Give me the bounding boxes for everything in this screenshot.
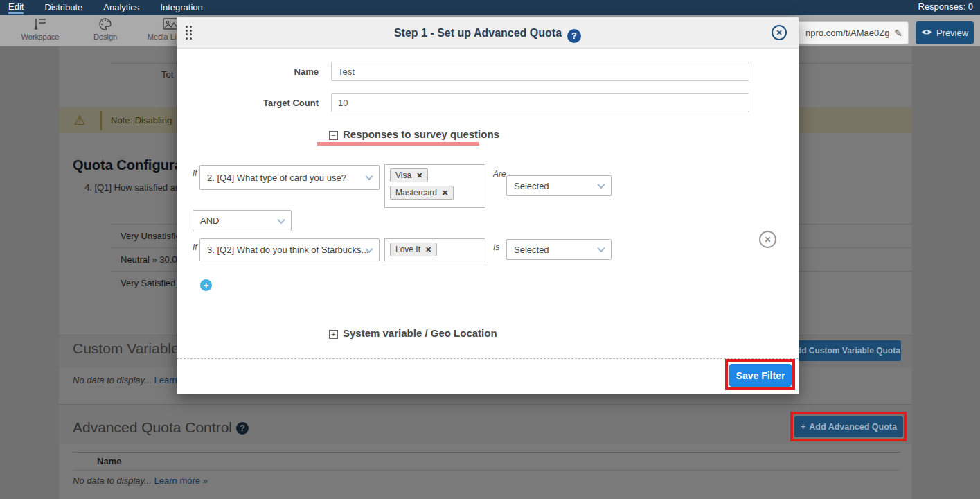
collapse-icon[interactable]: − (329, 131, 338, 140)
responses-section-toggle[interactable]: −Responses to survey questions (329, 128, 499, 140)
tag-love-it[interactable]: Love It✕ (390, 243, 437, 256)
answer-tags-1[interactable]: Visa✕ Mastercard✕ (384, 164, 485, 208)
name-label: Name (193, 67, 319, 77)
question-select-2[interactable]: 3. [Q2] What do you think of Starbucks..… (199, 238, 380, 261)
nav-tab-analytics[interactable]: Analytics (103, 2, 139, 13)
top-nav: Edit Distribute Analytics Integration Re… (0, 0, 980, 15)
add-custom-variable-quota-label: Add Custom Variable Quota (790, 346, 900, 356)
advanced-quota-modal: Step 1 - Set up Advanced Quota? ✕ Name T… (177, 17, 799, 394)
tag-visa[interactable]: Visa✕ (390, 168, 428, 182)
question-select-1[interactable]: 2. [Q4] What type of card you use? (199, 165, 380, 190)
tag-mastercard[interactable]: Mastercard✕ (390, 186, 454, 200)
remove-condition-icon[interactable]: ✕ (759, 231, 776, 248)
if-label: If (193, 168, 197, 178)
add-custom-variable-quota-button[interactable]: Add Custom Variable Quota (790, 340, 901, 361)
is-label: Is (493, 243, 499, 252)
operator-select-2[interactable]: Selected (506, 239, 612, 260)
joiner-select[interactable]: AND (193, 210, 292, 231)
edit-url-pencil-icon[interactable]: ✎ (889, 28, 908, 39)
add-condition-icon[interactable]: + (200, 279, 212, 291)
help-icon[interactable]: ? (567, 29, 581, 43)
close-icon[interactable]: ✕ (772, 25, 787, 40)
tag-label: Visa (395, 170, 411, 180)
add-advanced-quota-label: Add Advanced Quota (809, 422, 897, 432)
tag-label: Mastercard (395, 188, 437, 198)
tag-remove-icon[interactable]: ✕ (416, 171, 422, 180)
chevron-down-icon (597, 245, 605, 252)
tag-remove-icon[interactable]: ✕ (425, 245, 431, 254)
system-variable-section-label: System variable / Geo Location (343, 327, 497, 339)
responses-section-label: Responses to survey questions (343, 128, 499, 140)
chevron-down-icon (597, 181, 605, 189)
tag-remove-icon[interactable]: ✕ (442, 189, 448, 197)
responses-count: Responses: 0 (918, 1, 974, 12)
nav-tab-edit[interactable]: Edit (8, 1, 24, 14)
answer-tags-2[interactable]: Love It✕ (384, 238, 485, 261)
footer-divider (177, 358, 799, 359)
joiner-select-value: AND (200, 216, 219, 226)
save-filter-button[interactable]: Save Filter (729, 364, 792, 387)
eye-icon (921, 28, 932, 38)
operator-select-1[interactable]: Selected (506, 175, 612, 196)
expand-icon[interactable]: + (329, 330, 338, 339)
chevron-down-icon (277, 216, 285, 223)
question-select-2-value: 3. [Q2] What do you think of Starbucks..… (207, 245, 368, 255)
chevron-down-icon (365, 173, 373, 180)
modal-header: Step 1 - Set up Advanced Quota? ✕ (177, 17, 799, 49)
tag-label: Love It (395, 245, 420, 254)
if-label: If (193, 243, 197, 252)
section-highlight-bar (317, 142, 479, 146)
plus-icon: + (801, 422, 805, 432)
app: Edit Distribute Analytics Integration Re… (0, 0, 980, 499)
system-variable-section-toggle[interactable]: +System variable / Geo Location (329, 327, 497, 339)
target-count-input[interactable] (331, 93, 749, 112)
operator-select-1-value: Selected (514, 181, 549, 191)
operator-select-2-value: Selected (514, 245, 549, 255)
preview-button[interactable]: Preview (916, 21, 974, 44)
name-input[interactable] (331, 62, 749, 81)
target-count-label: Target Count (193, 98, 319, 108)
nav-tab-distribute[interactable]: Distribute (44, 2, 82, 13)
question-select-1-value: 2. [Q4] What type of card you use? (207, 173, 346, 183)
preview-label: Preview (936, 28, 968, 38)
drag-handle-icon[interactable] (186, 26, 192, 40)
are-label: Are (493, 169, 506, 179)
nav-tab-integration[interactable]: Integration (160, 2, 202, 13)
add-advanced-quota-button[interactable]: + Add Advanced Quota (794, 416, 903, 437)
modal-title: Step 1 - Set up Advanced Quota? (177, 17, 799, 49)
modal-title-text: Step 1 - Set up Advanced Quota (394, 27, 562, 39)
